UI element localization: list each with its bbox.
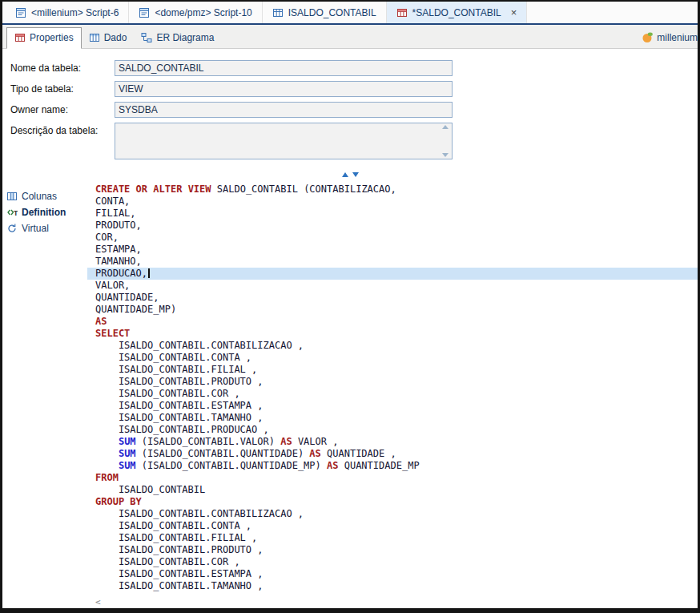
table-icon <box>272 7 284 18</box>
horizontal-scrollbar[interactable]: < <box>87 595 698 608</box>
code-line[interactable]: FILIAL, <box>87 208 698 220</box>
subtab-label: Dado <box>104 32 127 43</box>
code-line[interactable]: ISALDO_CONTABIL.PRODUCAO , <box>87 424 698 436</box>
code-line[interactable]: ISALDO_CONTABIL.PRODUTO , <box>87 376 698 388</box>
table-name-label: Nome da tabela: <box>10 60 115 74</box>
tab-dome-pmz-script-10[interactable]: <dome/pmz> Script-10 <box>129 2 262 23</box>
millenium-logo-icon <box>642 31 654 43</box>
code-line[interactable]: PRODUTO, <box>87 220 698 232</box>
section-sidebar: Colunas T Definition Virtual <box>2 180 87 608</box>
code-line[interactable]: ISALDO_CONTABIL.CONTA , <box>87 352 698 364</box>
text-caret <box>148 268 150 278</box>
script-icon <box>139 7 150 18</box>
code-line[interactable]: SUM (ISALDO_CONTABIL.VALOR) AS VALOR , <box>87 436 698 448</box>
code-line[interactable]: ISALDO_CONTABIL.CONTABILIZACAO , <box>87 508 698 520</box>
code-line[interactable]: ISALDO_CONTABIL.TAMANHO , <box>87 412 698 424</box>
table-description-box <box>115 123 453 159</box>
code-line[interactable]: PRODUCAO, <box>87 268 698 280</box>
code-line[interactable]: CREATE OR ALTER VIEW SALDO_CONTABIL (CON… <box>87 183 698 196</box>
code-line[interactable]: QUANTIDADE, <box>87 292 698 304</box>
database-name: millenium <box>657 32 698 43</box>
code-line[interactable]: SUM (ISALDO_CONTABIL.QUANTIDADE_MP) AS Q… <box>87 460 698 472</box>
owner-name-label: Owner name: <box>10 102 115 115</box>
refresh-arrows-icon <box>6 223 18 234</box>
code-line[interactable]: FROM <box>87 472 698 484</box>
tab-dado[interactable]: Dado <box>82 28 135 48</box>
code-line[interactable]: QUANTIDADE_MP) <box>87 304 698 316</box>
definition-icon: T <box>6 207 18 218</box>
tab-label: <millenium> Script-6 <box>31 7 119 18</box>
sidebar-item-definition[interactable]: T Definition <box>2 204 87 220</box>
table-name-input[interactable] <box>115 60 453 76</box>
splitter-down-icon[interactable] <box>352 172 359 177</box>
code-line[interactable]: ISALDO_CONTABIL.FILIAL , <box>87 532 698 544</box>
tab-properties[interactable]: Properties <box>6 27 82 49</box>
owner-name-input[interactable] <box>115 102 453 118</box>
sidebar-item-label: Definition <box>22 207 66 218</box>
sql-editor-pane: CREATE OR ALTER VIEW SALDO_CONTABIL (CON… <box>87 180 698 608</box>
data-grid-icon <box>89 32 100 43</box>
table-description-input[interactable] <box>115 123 439 159</box>
code-line[interactable]: COR, <box>87 232 698 244</box>
script-icon <box>15 7 26 18</box>
sidebar-item-virtual[interactable]: Virtual <box>2 220 87 236</box>
code-line[interactable]: SUM (ISALDO_CONTABIL.QUANTIDADE) AS QUAN… <box>87 448 698 460</box>
scroll-left-arrow-icon[interactable]: < <box>95 597 101 607</box>
view-icon <box>396 7 408 18</box>
code-line[interactable]: VALOR, <box>87 280 698 292</box>
code-line[interactable]: ISALDO_CONTABIL.PRODUTO , <box>87 544 698 556</box>
code-line[interactable]: ISALDO_CONTABIL.CONTA , <box>87 520 698 532</box>
code-line[interactable]: GROUP BY <box>87 496 698 508</box>
tab-er-diagrama[interactable]: ER Diagrama <box>134 28 221 48</box>
code-line[interactable]: ISALDO_CONTABIL.TAMANHO , <box>87 580 698 592</box>
sidebar-item-label: Virtual <box>22 223 49 234</box>
code-line[interactable]: TAMANHO, <box>87 256 698 268</box>
code-line[interactable]: SELECT <box>87 328 698 340</box>
code-line[interactable]: ISALDO_CONTABIL.ESTAMPA , <box>87 400 698 412</box>
sidebar-item-label: Colunas <box>22 191 57 202</box>
code-line[interactable]: CONTA, <box>87 196 698 208</box>
tab-label: ISALDO_CONTABIL <box>288 7 376 18</box>
close-icon[interactable]: × <box>511 7 517 18</box>
scroll-up-icon[interactable] <box>442 125 449 129</box>
tab-label: *SALDO_CONTABIL <box>412 7 501 18</box>
tab-millenium-script-6[interactable]: <millenium> Script-6 <box>6 2 129 23</box>
splitter-up-icon[interactable] <box>342 172 348 177</box>
tab-saldo-contabil[interactable]: *SALDO_CONTABIL × <box>387 2 528 23</box>
object-subtabbar: Properties Dado ER Diagrama millenium <box>2 25 698 49</box>
table-type-label: Tipo de tabela: <box>10 81 115 95</box>
er-diagram-icon <box>141 32 152 43</box>
code-line[interactable]: ISALDO_CONTABIL.COR , <box>87 556 698 568</box>
svg-text:T: T <box>14 209 18 217</box>
scroll-down-icon[interactable] <box>442 153 449 157</box>
subtab-label: Properties <box>30 32 74 43</box>
subtab-label: ER Diagrama <box>156 32 214 43</box>
document-tabbar: <millenium> Script-6 <dome/pmz> Script-1… <box>2 2 698 25</box>
table-properties-form: Nome da tabela: Tipo de tabela: Owner na… <box>2 49 698 169</box>
table-description-label: Descrição da tabela: <box>10 123 115 136</box>
code-line[interactable]: ISALDO_CONTABIL.COR , <box>87 388 698 400</box>
code-line[interactable]: ISALDO_CONTABIL.CONTABILIZACAO , <box>87 340 698 352</box>
view-icon <box>14 32 26 43</box>
code-line[interactable]: AS <box>87 316 698 328</box>
columns-icon <box>6 191 18 202</box>
description-scrollbar[interactable] <box>439 123 452 159</box>
splitter-handle[interactable] <box>2 169 698 180</box>
database-indicator[interactable]: millenium <box>637 31 698 48</box>
table-type-input[interactable] <box>115 81 453 97</box>
tab-isaldo-contabil[interactable]: ISALDO_CONTABIL <box>263 2 387 23</box>
code-line[interactable]: ESTAMPA, <box>87 244 698 256</box>
sql-editor[interactable]: CREATE OR ALTER VIEW SALDO_CONTABIL (CON… <box>87 180 698 595</box>
code-line[interactable]: ISALDO_CONTABIL.FILIAL , <box>87 364 698 376</box>
code-line[interactable]: ISALDO_CONTABIL <box>87 484 698 496</box>
main-area: Colunas T Definition Virtual CREATE OR A… <box>2 180 698 608</box>
database-tool-window: <millenium> Script-6 <dome/pmz> Script-1… <box>0 0 700 613</box>
code-line[interactable]: ISALDO_CONTABIL.ESTAMPA , <box>87 568 698 580</box>
tab-label: <dome/pmz> Script-10 <box>155 7 251 18</box>
sidebar-item-colunas[interactable]: Colunas <box>2 188 87 204</box>
